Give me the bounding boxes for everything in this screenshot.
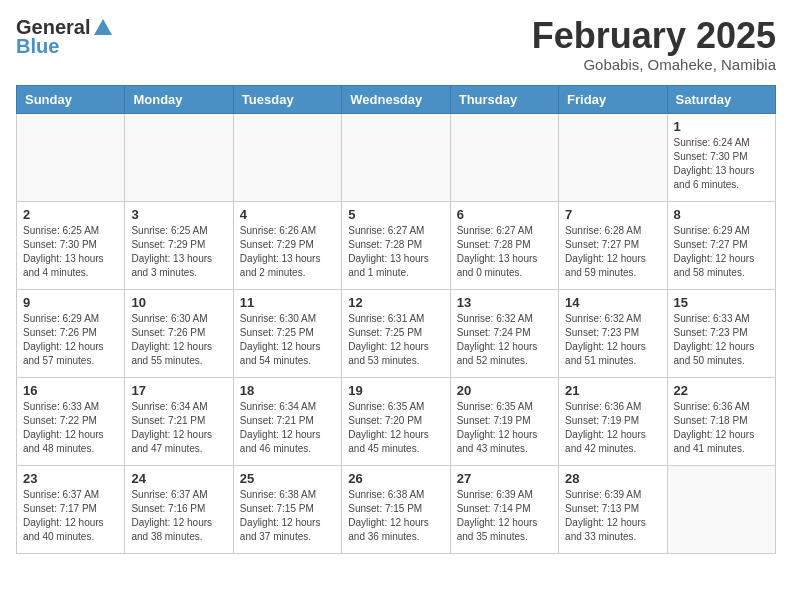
day-number: 21 (565, 383, 660, 398)
day-info: Sunrise: 6:34 AM Sunset: 7:21 PM Dayligh… (240, 400, 335, 456)
calendar-cell: 12Sunrise: 6:31 AM Sunset: 7:25 PM Dayli… (342, 289, 450, 377)
day-number: 28 (565, 471, 660, 486)
weekday-header-friday: Friday (559, 85, 667, 113)
day-info: Sunrise: 6:35 AM Sunset: 7:19 PM Dayligh… (457, 400, 552, 456)
calendar-cell (450, 113, 558, 201)
day-info: Sunrise: 6:27 AM Sunset: 7:28 PM Dayligh… (348, 224, 443, 280)
week-row-4: 16Sunrise: 6:33 AM Sunset: 7:22 PM Dayli… (17, 377, 776, 465)
day-info: Sunrise: 6:39 AM Sunset: 7:14 PM Dayligh… (457, 488, 552, 544)
calendar-cell: 3Sunrise: 6:25 AM Sunset: 7:29 PM Daylig… (125, 201, 233, 289)
calendar-cell (559, 113, 667, 201)
calendar-cell: 2Sunrise: 6:25 AM Sunset: 7:30 PM Daylig… (17, 201, 125, 289)
day-number: 7 (565, 207, 660, 222)
day-number: 13 (457, 295, 552, 310)
svg-marker-0 (94, 19, 112, 35)
calendar-cell: 4Sunrise: 6:26 AM Sunset: 7:29 PM Daylig… (233, 201, 341, 289)
calendar-cell: 8Sunrise: 6:29 AM Sunset: 7:27 PM Daylig… (667, 201, 775, 289)
weekday-header-saturday: Saturday (667, 85, 775, 113)
location-subtitle: Gobabis, Omaheke, Namibia (532, 56, 776, 73)
calendar-cell (342, 113, 450, 201)
calendar-cell: 24Sunrise: 6:37 AM Sunset: 7:16 PM Dayli… (125, 465, 233, 553)
calendar-cell: 28Sunrise: 6:39 AM Sunset: 7:13 PM Dayli… (559, 465, 667, 553)
day-info: Sunrise: 6:37 AM Sunset: 7:17 PM Dayligh… (23, 488, 118, 544)
day-number: 8 (674, 207, 769, 222)
day-info: Sunrise: 6:32 AM Sunset: 7:24 PM Dayligh… (457, 312, 552, 368)
calendar-cell: 15Sunrise: 6:33 AM Sunset: 7:23 PM Dayli… (667, 289, 775, 377)
day-info: Sunrise: 6:33 AM Sunset: 7:23 PM Dayligh… (674, 312, 769, 368)
day-number: 15 (674, 295, 769, 310)
title-block: February 2025 Gobabis, Omaheke, Namibia (532, 16, 776, 73)
week-row-5: 23Sunrise: 6:37 AM Sunset: 7:17 PM Dayli… (17, 465, 776, 553)
day-info: Sunrise: 6:30 AM Sunset: 7:25 PM Dayligh… (240, 312, 335, 368)
day-number: 6 (457, 207, 552, 222)
calendar-cell (17, 113, 125, 201)
weekday-header-monday: Monday (125, 85, 233, 113)
day-number: 2 (23, 207, 118, 222)
calendar-table: SundayMondayTuesdayWednesdayThursdayFrid… (16, 85, 776, 554)
calendar-cell: 21Sunrise: 6:36 AM Sunset: 7:19 PM Dayli… (559, 377, 667, 465)
calendar-cell (667, 465, 775, 553)
day-info: Sunrise: 6:36 AM Sunset: 7:18 PM Dayligh… (674, 400, 769, 456)
day-info: Sunrise: 6:26 AM Sunset: 7:29 PM Dayligh… (240, 224, 335, 280)
day-info: Sunrise: 6:32 AM Sunset: 7:23 PM Dayligh… (565, 312, 660, 368)
week-row-3: 9Sunrise: 6:29 AM Sunset: 7:26 PM Daylig… (17, 289, 776, 377)
day-number: 12 (348, 295, 443, 310)
day-info: Sunrise: 6:31 AM Sunset: 7:25 PM Dayligh… (348, 312, 443, 368)
day-info: Sunrise: 6:37 AM Sunset: 7:16 PM Dayligh… (131, 488, 226, 544)
calendar-cell: 1Sunrise: 6:24 AM Sunset: 7:30 PM Daylig… (667, 113, 775, 201)
calendar-cell: 23Sunrise: 6:37 AM Sunset: 7:17 PM Dayli… (17, 465, 125, 553)
weekday-header-sunday: Sunday (17, 85, 125, 113)
day-number: 10 (131, 295, 226, 310)
day-info: Sunrise: 6:38 AM Sunset: 7:15 PM Dayligh… (240, 488, 335, 544)
calendar-cell: 20Sunrise: 6:35 AM Sunset: 7:19 PM Dayli… (450, 377, 558, 465)
calendar-cell (125, 113, 233, 201)
weekday-header-row: SundayMondayTuesdayWednesdayThursdayFrid… (17, 85, 776, 113)
day-number: 1 (674, 119, 769, 134)
day-number: 18 (240, 383, 335, 398)
day-info: Sunrise: 6:33 AM Sunset: 7:22 PM Dayligh… (23, 400, 118, 456)
calendar-cell: 9Sunrise: 6:29 AM Sunset: 7:26 PM Daylig… (17, 289, 125, 377)
calendar-cell: 16Sunrise: 6:33 AM Sunset: 7:22 PM Dayli… (17, 377, 125, 465)
calendar-cell: 6Sunrise: 6:27 AM Sunset: 7:28 PM Daylig… (450, 201, 558, 289)
day-info: Sunrise: 6:27 AM Sunset: 7:28 PM Dayligh… (457, 224, 552, 280)
calendar-cell: 7Sunrise: 6:28 AM Sunset: 7:27 PM Daylig… (559, 201, 667, 289)
day-number: 11 (240, 295, 335, 310)
day-number: 16 (23, 383, 118, 398)
weekday-header-wednesday: Wednesday (342, 85, 450, 113)
day-number: 22 (674, 383, 769, 398)
day-number: 4 (240, 207, 335, 222)
calendar-cell (233, 113, 341, 201)
day-number: 26 (348, 471, 443, 486)
calendar-cell: 25Sunrise: 6:38 AM Sunset: 7:15 PM Dayli… (233, 465, 341, 553)
day-number: 23 (23, 471, 118, 486)
calendar-cell: 13Sunrise: 6:32 AM Sunset: 7:24 PM Dayli… (450, 289, 558, 377)
calendar-cell: 18Sunrise: 6:34 AM Sunset: 7:21 PM Dayli… (233, 377, 341, 465)
week-row-1: 1Sunrise: 6:24 AM Sunset: 7:30 PM Daylig… (17, 113, 776, 201)
calendar-cell: 22Sunrise: 6:36 AM Sunset: 7:18 PM Dayli… (667, 377, 775, 465)
day-number: 14 (565, 295, 660, 310)
day-info: Sunrise: 6:30 AM Sunset: 7:26 PM Dayligh… (131, 312, 226, 368)
day-info: Sunrise: 6:39 AM Sunset: 7:13 PM Dayligh… (565, 488, 660, 544)
day-info: Sunrise: 6:38 AM Sunset: 7:15 PM Dayligh… (348, 488, 443, 544)
day-number: 27 (457, 471, 552, 486)
day-number: 3 (131, 207, 226, 222)
day-info: Sunrise: 6:24 AM Sunset: 7:30 PM Dayligh… (674, 136, 769, 192)
calendar-cell: 14Sunrise: 6:32 AM Sunset: 7:23 PM Dayli… (559, 289, 667, 377)
month-year-title: February 2025 (532, 16, 776, 56)
logo: General Blue (16, 16, 114, 58)
calendar-cell: 10Sunrise: 6:30 AM Sunset: 7:26 PM Dayli… (125, 289, 233, 377)
weekday-header-thursday: Thursday (450, 85, 558, 113)
day-info: Sunrise: 6:36 AM Sunset: 7:19 PM Dayligh… (565, 400, 660, 456)
day-info: Sunrise: 6:34 AM Sunset: 7:21 PM Dayligh… (131, 400, 226, 456)
calendar-cell: 17Sunrise: 6:34 AM Sunset: 7:21 PM Dayli… (125, 377, 233, 465)
calendar-cell: 19Sunrise: 6:35 AM Sunset: 7:20 PM Dayli… (342, 377, 450, 465)
day-number: 9 (23, 295, 118, 310)
calendar-cell: 26Sunrise: 6:38 AM Sunset: 7:15 PM Dayli… (342, 465, 450, 553)
day-number: 20 (457, 383, 552, 398)
calendar-cell: 5Sunrise: 6:27 AM Sunset: 7:28 PM Daylig… (342, 201, 450, 289)
day-number: 25 (240, 471, 335, 486)
calendar-cell: 11Sunrise: 6:30 AM Sunset: 7:25 PM Dayli… (233, 289, 341, 377)
calendar-cell: 27Sunrise: 6:39 AM Sunset: 7:14 PM Dayli… (450, 465, 558, 553)
week-row-2: 2Sunrise: 6:25 AM Sunset: 7:30 PM Daylig… (17, 201, 776, 289)
day-info: Sunrise: 6:35 AM Sunset: 7:20 PM Dayligh… (348, 400, 443, 456)
